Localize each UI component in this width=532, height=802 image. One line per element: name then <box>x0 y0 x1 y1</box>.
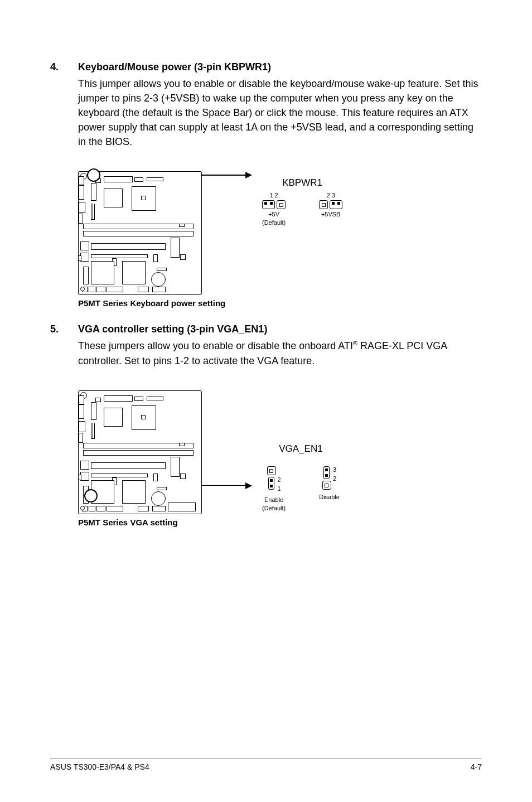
diagram-caption: P5MT Series VGA setting <box>78 518 482 527</box>
jumper-variant-enable: 2 1 Enable (Default) <box>262 466 286 511</box>
item-number: 5. <box>50 323 78 368</box>
item-5: 5. VGA controller setting (3-pin VGA_EN1… <box>50 323 482 368</box>
pin-label: Enable <box>264 496 283 503</box>
footer-right: 4-7 <box>471 762 482 771</box>
pin-number: 3 <box>333 466 336 473</box>
arrow-line <box>201 485 251 486</box>
item-body: This jumper allows you to enable or disa… <box>78 76 482 149</box>
footer-left: ASUS TS300-E3/PA4 & PS4 <box>50 762 149 771</box>
jumper-variant-disable: 3 2 Disable <box>319 466 340 511</box>
item-number: 4. <box>50 61 78 149</box>
jumper-vga: VGA_EN1 2 1 Enab <box>262 444 340 511</box>
callout-circle <box>84 489 98 503</box>
jumper-variant-default: 1 2 +5V (Default) <box>262 192 286 226</box>
pin-label: +5VSB <box>321 211 341 218</box>
diagram-kbpwr: KBPWR1 1 2 +5V (Default) 2 3 <box>78 171 482 295</box>
jumper-kbpwr: KBPWR1 1 2 +5V (Default) 2 3 <box>262 178 342 226</box>
registered-symbol: ® <box>353 340 357 346</box>
item-4: 4. Keyboard/Mouse power (3-pin KBPWR1) T… <box>50 61 482 149</box>
pin-label: Disable <box>319 494 340 500</box>
pin-label: +5V <box>268 211 279 218</box>
pin-number: 2 <box>278 476 281 483</box>
diagram-vga: VGA_EN1 2 1 Enab <box>78 390 482 514</box>
jumper-title: KBPWR1 <box>282 178 322 189</box>
arrow-line <box>201 175 251 176</box>
motherboard-outline <box>78 390 202 514</box>
item-body: These jumpers allow you to enable or dis… <box>78 339 482 368</box>
pin-number: 1 <box>278 485 281 492</box>
pin-sublabel: (Default) <box>262 505 286 511</box>
pin-number: 2 <box>333 475 336 482</box>
jumper-variant-alt: 2 3 +5VSB <box>319 192 342 226</box>
jumper-title: VGA_EN1 <box>279 444 322 455</box>
pin-sublabel: (Default) <box>262 219 286 226</box>
diagram-caption: P5MT Series Keyboard power setting <box>78 298 482 308</box>
item-heading: VGA controller setting (3-pin VGA_EN1) <box>78 323 482 335</box>
motherboard-outline <box>78 171 202 295</box>
pin-numbers: 1 2 <box>269 192 278 199</box>
item-heading: Keyboard/Mouse power (3-pin KBPWR1) <box>78 61 482 73</box>
page-footer: ASUS TS300-E3/PA4 & PS4 4-7 <box>50 758 482 771</box>
pin-numbers: 2 3 <box>327 192 335 199</box>
